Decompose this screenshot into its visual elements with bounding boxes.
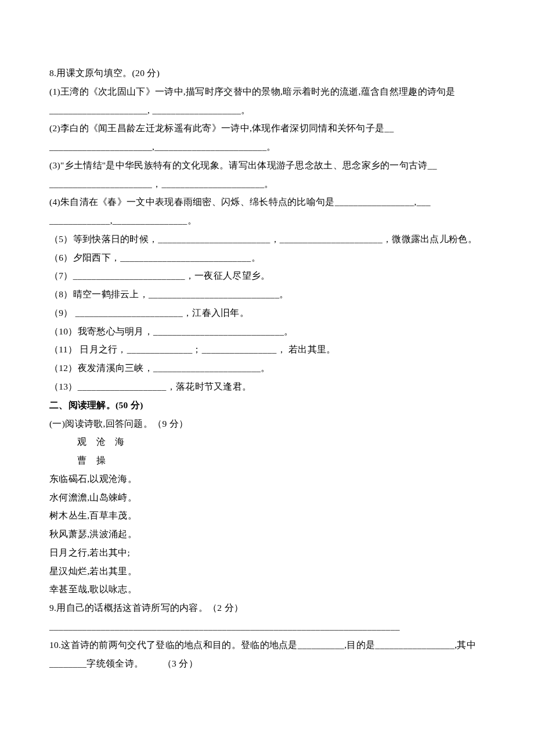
q8-item-9: （9） _______________________，江春入旧年。 [49, 304, 485, 322]
q10-stem: 10.这首诗的前两句交代了登临的地点和目的。登临的地点是__________,目… [49, 636, 485, 673]
q8-item-5: （5）等到快落日的时候，________________________，___… [49, 230, 485, 249]
poem-line-5: 日月之行,若出其中; [49, 543, 485, 562]
poem-line-7: 幸甚至哉,歌以咏志。 [49, 580, 485, 599]
q8-item-12: （12）夜发清溪向三峡，_______________________。 [49, 359, 485, 377]
q8-item-3: (3)"乡土情结"是中华民族特有的文化现象。请写出体现游子思念故土、思念家乡的一… [49, 156, 485, 175]
document-page: 8.用课文原句填空。(20 分) (1)王湾的《次北固山下》一诗中,描写时序交替… [0, 0, 534, 736]
q8-item-3-cont: ______________________，_________________… [49, 175, 485, 193]
q8-item-7: （7）________________________，一夜征人尽望乡。 [49, 267, 485, 285]
q8-item-10: （10）我寄愁心与明月，____________________________… [49, 322, 485, 341]
q8-item-4: (4)朱自清在《春》一文中表现春雨细密、闪烁、绵长特点的比喻句是________… [49, 193, 485, 211]
q8-item-6: （6）夕阳西下，____________________________。 [49, 249, 485, 267]
poem-title: 观 沧 海 [49, 433, 485, 451]
poem-author: 曹 操 [49, 451, 485, 470]
q8-stem: 8.用课文原句填空。(20 分) [49, 64, 485, 82]
poem-line-6: 星汉灿烂,若出其里。 [49, 562, 485, 581]
part1-intro: (一)阅读诗歌,回答问题。（9 分） [49, 415, 485, 433]
poem-line-1: 东临碣石,以观沧海。 [49, 470, 485, 488]
poem-line-3: 树木丛生,百草丰茂。 [49, 506, 485, 525]
q8-item-11: （11） 日月之行，______________；_______________… [49, 340, 485, 359]
poem-line-2: 水何澹澹,山岛竦峙。 [49, 488, 485, 507]
q8-item-1: (1)王湾的《次北固山下》一诗中,描写时序交替中的景物,暗示着时光的流逝,蕴含自… [49, 82, 485, 120]
q8-item-13: （13）___________________，落花时节又逢君。 [49, 377, 485, 396]
q9-stem: 9.用自己的话概括这首诗所写的内容。（2 分） [49, 599, 485, 617]
q9-blank: ________________________________________… [49, 617, 485, 636]
q8-item-2: (2)李白的《闻王昌龄左迁龙标遥有此寄》一诗中,体现作者深切同情和关怀句子是__ [49, 119, 485, 138]
q8-item-4-cont: _____________,________________。 [49, 211, 485, 230]
section2-title: 二、阅读理解。(50 分) [49, 396, 485, 415]
q8-item-8: （8）晴空一鹤排云上，____________________________。 [49, 285, 485, 304]
q8-item-2-cont: ______________________,_________________… [49, 138, 485, 156]
poem-line-4: 秋风萧瑟,洪波涌起。 [49, 525, 485, 543]
